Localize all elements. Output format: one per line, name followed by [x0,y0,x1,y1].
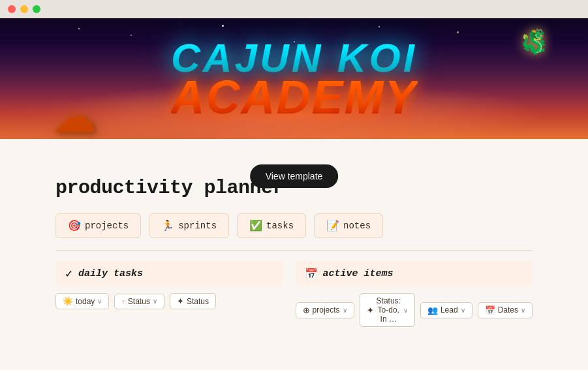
star [379,26,380,27]
calendar-icon: 📅 [305,268,318,280]
dates-filter[interactable]: 📅 Dates ∨ [478,302,533,318]
active-items-title: active items [323,268,394,279]
projects-filter[interactable]: ⊕ projects ∨ [296,302,354,318]
notes-label: notes [343,221,371,231]
main-content: productivity planner 🎯 projects 🏃 sprint… [0,177,588,327]
chevron-down-icon-6: ∨ [521,307,525,314]
dragon-icon: 🐉 [519,28,549,55]
chevron-down-icon-5: ∨ [461,307,465,314]
titlebar [0,0,588,18]
sprints-label: sprints [178,221,217,231]
chevron-down-icon-3: ∨ [343,307,347,314]
tasks-nav-button[interactable]: ✅ tasks [237,213,306,238]
nav-buttons: 🎯 projects 🏃 sprints ✅ tasks 📝 notes [55,213,533,238]
panels-row: ✓ daily tasks ☀️ today ∨ ↑ Status ∨ ✦ St… [55,261,533,327]
projects-label: projects [85,221,129,231]
lead-label: Lead [441,305,458,315]
daily-tasks-header: ✓ daily tasks [55,261,283,286]
notes-icon: 📝 [326,219,339,232]
chevron-down-icon-2: ∨ [153,298,157,305]
dates-label: Dates [498,305,518,315]
today-label: today [76,297,95,306]
people-icon: 👥 [427,305,438,315]
projects-nav-button[interactable]: 🎯 projects [55,213,141,238]
star [457,31,459,33]
status-todo-filter[interactable]: ✦ Status: To-do, In … ∨ [360,293,415,327]
projects-icon: 🎯 [68,219,81,232]
arrow-up-icon: ↑ [121,298,125,305]
plus-circle-icon: ⊕ [303,305,310,315]
status-label: Status [187,297,209,306]
star [78,28,80,29]
notes-nav-button[interactable]: 📝 notes [314,213,383,238]
daily-tasks-title: daily tasks [78,268,143,279]
projects-filter-label: projects [313,305,340,315]
banner-title-academy: ACADEMY [170,70,417,124]
sun-icon: ☀️ [63,296,73,306]
dates-calendar-icon: 📅 [485,305,495,315]
status-todo-label: Status: To-do, In … [377,296,401,324]
section-divider [55,250,533,251]
lead-filter[interactable]: 👥 Lead ∨ [420,302,472,318]
star [131,35,132,36]
star [222,25,224,27]
daily-tasks-filters: ☀️ today ∨ ↑ Status ∨ ✦ Status [55,293,283,309]
status-up-filter[interactable]: ↑ Status ∨ [114,294,164,309]
today-filter[interactable]: ☀️ today ∨ [55,293,109,309]
tasks-label: tasks [266,221,294,231]
spinner-status-icon: ✦ [367,305,374,315]
spinner-icon: ✦ [177,296,184,306]
chevron-down-icon: ∨ [97,298,102,305]
close-button[interactable] [8,5,16,13]
status-filter[interactable]: ✦ Status [170,293,216,309]
tasks-icon: ✅ [249,219,262,232]
daily-tasks-panel: ✓ daily tasks ☀️ today ∨ ↑ Status ∨ ✦ St… [55,261,283,327]
active-items-filters: ⊕ projects ∨ ✦ Status: To-do, In … ∨ 👥 L… [296,293,533,327]
chevron-down-icon-4: ∨ [403,307,408,314]
maximize-button[interactable] [33,5,40,13]
status-up-label: Status [128,297,150,306]
minimize-button[interactable] [20,5,28,13]
view-template-button[interactable]: View template [250,164,339,188]
checkmark-icon: ✓ [65,268,73,280]
banner: CAJUN KOI ACADEMY ☁ 🐉 [0,18,588,139]
sprints-icon: 🏃 [161,219,174,232]
cloud-logo-icon: ☁ [52,91,97,139]
active-items-header: 📅 active items [296,261,533,286]
sprints-nav-button[interactable]: 🏃 sprints [149,213,229,238]
active-items-panel: 📅 active items ⊕ projects ∨ ✦ Status: To… [296,261,533,327]
